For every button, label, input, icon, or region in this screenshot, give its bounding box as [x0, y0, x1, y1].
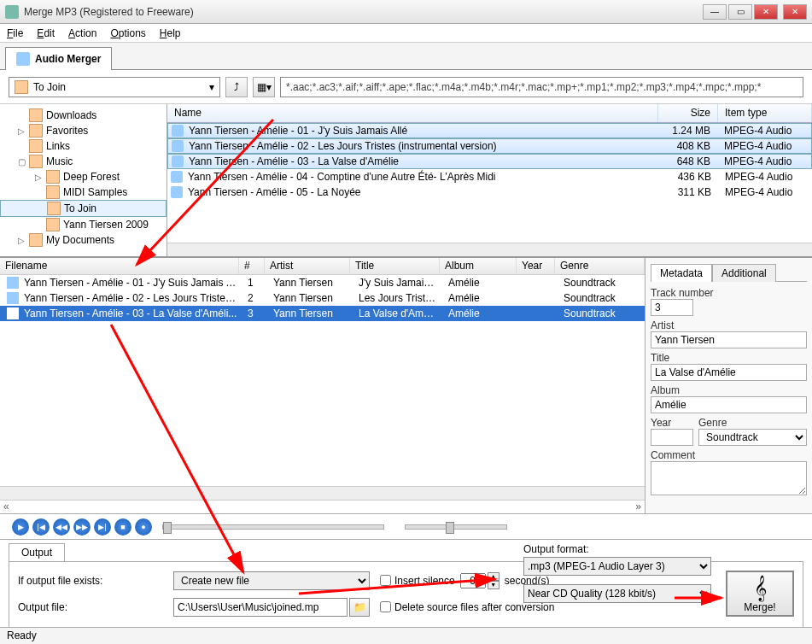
tree-item[interactable]: ▷Favorites	[0, 123, 166, 138]
maximize-button[interactable]: ▭	[728, 4, 752, 20]
col-size[interactable]: Size	[658, 104, 718, 122]
tab-audio-merger[interactable]: Audio Merger	[5, 47, 112, 70]
delete-src-check[interactable]	[380, 601, 391, 612]
format-select[interactable]: .mp3 (MPEG-1 Audio Layer 3)	[523, 557, 711, 576]
expand-icon[interactable]: ▷	[17, 236, 26, 245]
queue-nav: «»	[0, 500, 645, 513]
status-text: Ready	[7, 629, 37, 641]
qh-album[interactable]: Album	[440, 258, 517, 274]
queue-rows[interactable]: Yann Tiersen - Amélie - 01 - J'y Suis Ja…	[0, 275, 645, 486]
stop-button[interactable]: ■	[114, 518, 131, 536]
seconds-up[interactable]: ▲	[488, 572, 499, 581]
qh-artist[interactable]: Artist	[265, 258, 350, 274]
file-size: 311 KB	[658, 186, 718, 198]
qh-year[interactable]: Year	[517, 258, 555, 274]
nav-prev[interactable]: «	[3, 501, 9, 513]
folder-icon	[47, 202, 61, 215]
exists-select[interactable]: Create new file	[173, 571, 370, 590]
col-name[interactable]: Name	[167, 104, 658, 122]
minimize-button[interactable]: —	[703, 4, 727, 20]
title-input[interactable]	[651, 364, 807, 381]
tab-metadata[interactable]: Metadata	[651, 264, 712, 282]
file-row[interactable]: Yann Tiersen - Amélie - 05 - La Noyée311…	[167, 184, 812, 200]
view-mode-button[interactable]: ▦▾	[253, 77, 275, 97]
tree-item[interactable]: Links	[0, 138, 166, 154]
rewind-button[interactable]: ◀◀	[53, 518, 70, 536]
expand-icon[interactable]: ▷	[34, 173, 43, 182]
queue-row[interactable]: Yann Tiersen - Amélie - 03 - La Valse d'…	[0, 306, 645, 321]
expand-icon[interactable]: ▢	[17, 157, 26, 167]
menu-file[interactable]: File	[7, 27, 23, 39]
next-button[interactable]: ▶|	[94, 518, 111, 536]
output-tab[interactable]: Output	[9, 543, 65, 561]
record-button[interactable]: ●	[135, 518, 152, 536]
seek-slider[interactable]	[162, 524, 384, 530]
volume-slider[interactable]	[405, 524, 507, 530]
q-filename: Yann Tiersen - Amélie - 03 - La Valse d'…	[19, 307, 242, 319]
expand-icon[interactable]: ▷	[17, 126, 26, 136]
outfile-input[interactable]	[173, 598, 348, 617]
seek-thumb[interactable]	[163, 522, 172, 534]
filter-box[interactable]: *.aac;*.ac3;*.aif;*.aiff;*.ape;*.flac;*.…	[280, 77, 803, 97]
seconds-down[interactable]: ▼	[488, 581, 499, 589]
file-row[interactable]: Yann Tiersen - Amélie - 04 - Comptine d'…	[167, 169, 812, 184]
menu-help[interactable]: Help	[160, 27, 181, 39]
menu-edit[interactable]: Edit	[37, 27, 55, 39]
tree-item[interactable]: Downloads	[0, 108, 166, 123]
tree-item[interactable]: ▷Deep Forest	[0, 169, 166, 184]
year-input[interactable]	[651, 429, 693, 446]
merge-button[interactable]: 𝄞 Merge!	[726, 571, 794, 617]
tracknum-input[interactable]	[651, 299, 693, 316]
file-list[interactable]: Yann Tiersen - Amélie - 01 - J'y Suis Ja…	[167, 123, 812, 243]
file-hscroll[interactable]	[167, 243, 812, 256]
audio-file-icon	[7, 292, 19, 304]
menu-action[interactable]: Action	[68, 27, 96, 39]
up-folder-button[interactable]: ⤴	[225, 77, 248, 97]
file-row[interactable]: Yann Tiersen - Amélie - 03 - La Valse d'…	[167, 154, 812, 169]
file-row[interactable]: Yann Tiersen - Amélie - 01 - J'y Suis Ja…	[167, 123, 812, 138]
qh-title[interactable]: Title	[350, 258, 440, 274]
queue-row[interactable]: Yann Tiersen - Amélie - 01 - J'y Suis Ja…	[0, 275, 645, 290]
merger-icon	[16, 52, 30, 66]
qh-filename[interactable]: Filename	[0, 258, 239, 274]
browse-button[interactable]: 📁	[349, 598, 370, 617]
queue-hscroll[interactable]	[0, 486, 645, 500]
album-input[interactable]	[651, 396, 807, 413]
tree-item[interactable]: MIDI Samples	[0, 184, 166, 200]
outer-close-button[interactable]: ✕	[783, 4, 807, 20]
comment-input[interactable]	[651, 461, 807, 495]
menu-options[interactable]: Options	[110, 27, 145, 39]
q-num: 1	[242, 277, 268, 289]
queue-row[interactable]: Yann Tiersen - Amélie - 02 - Les Jours T…	[0, 290, 645, 306]
folder-tree[interactable]: Downloads▷FavoritesLinks▢Music▷Deep Fore…	[0, 104, 167, 256]
artist-input[interactable]	[651, 331, 807, 348]
genre-select[interactable]: Soundtrack	[698, 429, 807, 446]
close-button[interactable]: ✕	[754, 4, 778, 20]
ffwd-button[interactable]: ▶▶	[73, 518, 91, 536]
tree-item[interactable]: ▷My Documents	[0, 232, 166, 248]
quality-select[interactable]: Near CD Quality (128 kbit/s)	[523, 584, 711, 603]
play-button[interactable]: ▶	[12, 518, 29, 536]
tree-item[interactable]: Yann Tiersen 2009	[0, 217, 166, 232]
qh-num[interactable]: #	[239, 258, 265, 274]
file-row[interactable]: Yann Tiersen - Amélie - 02 - Les Jours T…	[167, 138, 812, 154]
tree-label: My Documents	[46, 234, 114, 246]
file-panel: Name Size Item type Yann Tiersen - Améli…	[167, 104, 812, 256]
volume-thumb[interactable]	[446, 522, 454, 534]
nav-next[interactable]: »	[635, 501, 641, 513]
qh-genre[interactable]: Genre	[555, 258, 645, 274]
tab-additional[interactable]: Additional	[712, 264, 776, 282]
prev-button[interactable]: |◀	[32, 518, 50, 536]
mid-section: Filename # Artist Title Album Year Genre…	[0, 258, 812, 514]
year-label: Year	[651, 417, 693, 429]
col-type[interactable]: Item type	[718, 104, 812, 122]
tree-item[interactable]: To Join	[0, 200, 166, 217]
insert-silence-check[interactable]	[380, 575, 391, 586]
tree-label: Yann Tiersen 2009	[63, 219, 149, 231]
tree-item[interactable]: ▢Music	[0, 154, 166, 169]
path-combo[interactable]: To Join ▾	[9, 77, 220, 97]
explorer: Downloads▷FavoritesLinks▢Music▷Deep Fore…	[0, 104, 812, 258]
q-num: 2	[242, 292, 268, 304]
tree-label: To Join	[64, 202, 96, 214]
seconds-input[interactable]	[460, 573, 486, 588]
